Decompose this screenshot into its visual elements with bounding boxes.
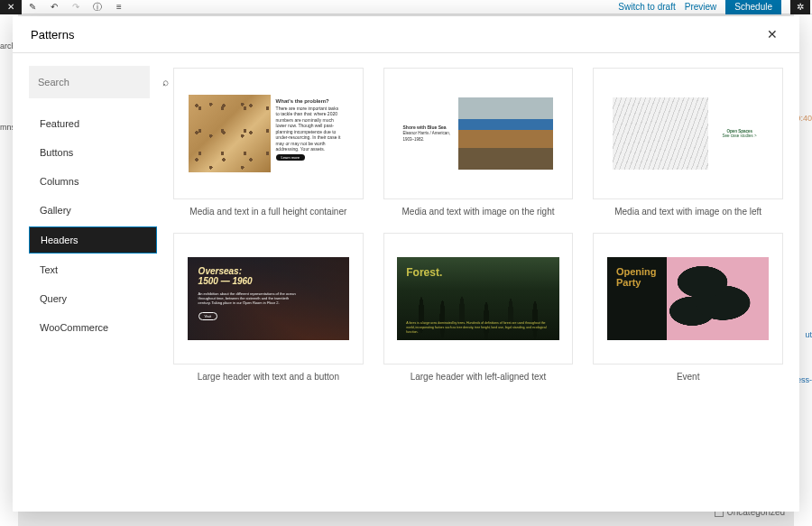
patterns-sidebar: ⌕ Featured Buttons Columns Gallery Heade… [13, 53, 157, 512]
pattern-heading: What's the problem? [276, 98, 329, 104]
pattern-body: An exhibition about the different repres… [198, 291, 297, 305]
pattern-heading: Opening Party [616, 266, 658, 288]
category-featured[interactable]: Featured [29, 111, 157, 136]
pattern-card[interactable]: Shore with Blue Sea Eleanor Harris / Ame… [383, 68, 574, 217]
switch-to-draft-link[interactable]: Switch to draft [618, 2, 675, 12]
pattern-card[interactable]: Open Spaces See case studies > Media and… [593, 68, 783, 217]
undo-icon[interactable]: ↶ [43, 0, 65, 14]
redo-icon[interactable]: ↷ [65, 0, 87, 14]
modal-header: Patterns ✕ [13, 16, 799, 53]
category-gallery[interactable]: Gallery [29, 198, 157, 223]
editor-topbar: ✕ ✎ ↶ ↷ ⓘ ≡ Switch to draft Preview Sche… [0, 0, 812, 14]
category-columns[interactable]: Columns [29, 169, 157, 194]
patterns-grid-panel: What's the problem? There are more impor… [157, 53, 799, 512]
pattern-caption: Event [593, 372, 783, 382]
edit-icon[interactable]: ✎ [22, 0, 43, 14]
schedule-button[interactable]: Schedule [725, 0, 781, 14]
pattern-body: See case studies > [723, 134, 757, 138]
pattern-caption: Large header with text and a button [173, 372, 364, 382]
search-box[interactable]: ⌕ [29, 66, 150, 98]
pattern-thumbnail: Overseas: 1500 — 1960 An exhibition abou… [173, 233, 364, 365]
pattern-cta-button: Visit [198, 312, 217, 320]
pattern-card[interactable]: Overseas: 1500 — 1960 An exhibition abou… [173, 233, 364, 382]
pattern-card[interactable]: Forest. A fores is a large area dominate… [383, 233, 574, 382]
preview-link[interactable]: Preview [685, 2, 717, 12]
patterns-modal: Patterns ✕ ⌕ Featured Buttons Columns Ga… [13, 16, 799, 512]
category-list: Featured Buttons Columns Gallery Headers… [29, 111, 157, 340]
category-query[interactable]: Query [29, 286, 157, 311]
pattern-body: There are more important tasks to tackle… [276, 106, 341, 152]
pattern-heading: Forest. [406, 266, 442, 279]
pattern-heading: Overseas: 1500 — 1960 [198, 266, 338, 286]
plant-image [667, 257, 770, 340]
modal-close-button[interactable]: ✕ [763, 25, 781, 43]
landscape-painting-image [458, 97, 554, 169]
pattern-heading: Shore with Blue Sea [403, 125, 447, 130]
category-headers[interactable]: Headers [29, 226, 157, 254]
editor-left-tools: ✕ ✎ ↶ ↷ ⓘ ≡ [0, 0, 130, 14]
pattern-thumbnail: Open Spaces See case studies > [593, 68, 783, 199]
category-woocommerce[interactable]: WooCommerce [29, 315, 157, 340]
pattern-caption: Media and text with image on the left [593, 207, 783, 217]
pattern-card[interactable]: What's the problem? There are more impor… [173, 68, 364, 217]
pattern-body: A fores is a large area dominated by tre… [406, 321, 549, 335]
pattern-cta-button: Learn more [276, 154, 305, 161]
cracked-earth-image [189, 95, 271, 172]
settings-gear-icon[interactable]: ✲ [790, 0, 810, 14]
pattern-caption: Media and text with image on the right [383, 207, 574, 217]
pattern-caption: Large header with left-aligned text [383, 372, 574, 382]
category-buttons[interactable]: Buttons [29, 140, 157, 165]
modal-body: ⌕ Featured Buttons Columns Gallery Heade… [13, 53, 799, 512]
info-icon[interactable]: ⓘ [87, 0, 108, 14]
wavy-lines-image [613, 97, 708, 169]
close-icon[interactable]: ✕ [0, 0, 22, 14]
pattern-body: Eleanor Harris / American, 1903–1982. [403, 131, 451, 141]
pattern-thumbnail: Opening Party [593, 233, 783, 365]
pattern-caption: Media and text in a full height containe… [173, 207, 364, 217]
pattern-card[interactable]: Opening Party Event [593, 233, 783, 382]
search-input[interactable] [38, 77, 162, 88]
pattern-thumbnail: What's the problem? There are more impor… [173, 68, 364, 199]
patterns-grid: What's the problem? There are more impor… [173, 68, 783, 382]
pattern-thumbnail: Shore with Blue Sea Eleanor Harris / Ame… [383, 68, 574, 199]
modal-title: Patterns [31, 28, 74, 42]
outline-icon[interactable]: ≡ [108, 0, 130, 14]
pattern-thumbnail: Forest. A fores is a large area dominate… [383, 233, 574, 365]
category-text[interactable]: Text [29, 257, 157, 282]
editor-right-tools: Switch to draft Preview Schedule ✲ [618, 0, 812, 14]
